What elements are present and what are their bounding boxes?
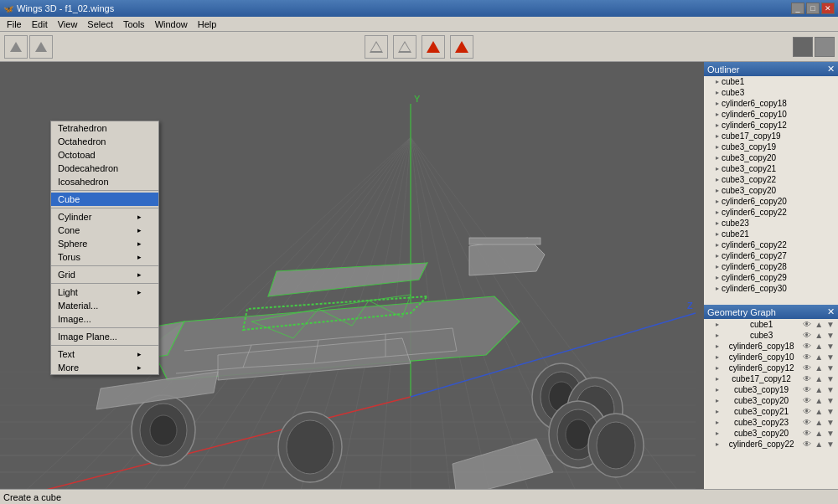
up-arrow-icon[interactable]: ▲ bbox=[815, 320, 823, 329]
menu-item-tools[interactable]: Tools bbox=[118, 18, 150, 30]
outliner-item[interactable]: cylinder6_copy10 bbox=[704, 109, 838, 120]
ctx-tetrahedron[interactable]: Tetrahedron bbox=[51, 121, 158, 135]
down-arrow-icon[interactable]: ▼ bbox=[826, 440, 835, 449]
geograph-item[interactable]: cylinder6_copy18 👁 ▲ ▼ bbox=[704, 341, 838, 352]
ctx-torus[interactable]: Torus ▸ bbox=[51, 250, 158, 264]
outliner-item[interactable]: cylinder6_copy22 bbox=[704, 239, 838, 250]
down-arrow-icon[interactable]: ▼ bbox=[826, 363, 835, 373]
menu-item-file[interactable]: File bbox=[2, 18, 27, 30]
outliner-item[interactable]: cube1 bbox=[704, 76, 838, 87]
ctx-octahedron[interactable]: Octahedron bbox=[51, 135, 158, 148]
geograph-item[interactable]: cube3_copy23 👁 ▲ ▼ bbox=[704, 417, 838, 428]
ctx-material[interactable]: Material... bbox=[51, 299, 158, 312]
geograph-item[interactable]: cube17_copy12 👁 ▲ ▼ bbox=[704, 373, 838, 384]
outliner-item[interactable]: cube3_copy21 bbox=[704, 163, 838, 174]
up-arrow-icon[interactable]: ▲ bbox=[815, 429, 823, 438]
geograph-item[interactable]: cube3_copy20 👁 ▲ ▼ bbox=[704, 395, 838, 406]
outliner-list[interactable]: cube1 cube3 cylinder6_copy18 cylinder6_c… bbox=[704, 76, 838, 305]
eye-icon[interactable]: 👁 bbox=[803, 385, 811, 394]
outliner-item[interactable]: cylinder6_copy29 bbox=[704, 272, 838, 283]
outliner-item[interactable]: cylinder6_copy28 bbox=[704, 261, 838, 272]
down-arrow-icon[interactable]: ▼ bbox=[826, 396, 835, 405]
ctx-dodecahedron[interactable]: Dodecahedron bbox=[51, 162, 158, 175]
geograph-item[interactable]: cube1 👁 ▲ ▼ bbox=[704, 319, 838, 330]
ctx-grid[interactable]: Grid ▸ bbox=[51, 268, 158, 281]
toolbar-left-btn[interactable] bbox=[4, 35, 28, 59]
outliner-item[interactable]: cylinder6_copy18 bbox=[704, 98, 838, 109]
outliner-item[interactable]: cube3 bbox=[704, 87, 838, 98]
up-arrow-icon[interactable]: ▲ bbox=[815, 374, 823, 383]
outliner-item[interactable]: cylinder6_copy27 bbox=[704, 250, 838, 261]
close-button[interactable]: ✕ bbox=[821, 3, 835, 14]
eye-icon[interactable]: 👁 bbox=[803, 396, 811, 405]
eye-icon[interactable]: 👁 bbox=[803, 352, 811, 362]
outliner-item[interactable]: cube3_copy20 bbox=[704, 152, 838, 163]
geograph-item[interactable]: cylinder6_copy22 👁 ▲ ▼ bbox=[704, 439, 838, 450]
menu-item-help[interactable]: Help bbox=[193, 18, 222, 30]
menu-item-window[interactable]: Window bbox=[150, 18, 193, 30]
eye-icon[interactable]: 👁 bbox=[803, 342, 811, 351]
down-arrow-icon[interactable]: ▼ bbox=[826, 331, 835, 340]
outliner-item[interactable]: cube3_copy19 bbox=[704, 141, 838, 152]
down-arrow-icon[interactable]: ▼ bbox=[826, 342, 835, 351]
maximize-button[interactable]: □ bbox=[806, 3, 820, 14]
up-arrow-icon[interactable]: ▲ bbox=[815, 331, 823, 340]
down-arrow-icon[interactable]: ▼ bbox=[826, 385, 835, 394]
eye-icon[interactable]: 👁 bbox=[803, 407, 811, 416]
menu-item-view[interactable]: View bbox=[53, 18, 83, 30]
minimize-button[interactable]: _ bbox=[791, 3, 804, 14]
outliner-item[interactable]: cylinder6_copy20 bbox=[704, 196, 838, 207]
ctx-light[interactable]: Light ▸ bbox=[51, 285, 158, 299]
outliner-item[interactable]: cylinder6_copy22 bbox=[704, 207, 838, 218]
up-arrow-icon[interactable]: ▲ bbox=[815, 418, 823, 427]
triangle-outline-2[interactable] bbox=[393, 35, 416, 59]
eye-icon[interactable]: 👁 bbox=[803, 363, 811, 373]
ctx-more[interactable]: More ▸ bbox=[51, 361, 158, 374]
up-arrow-icon[interactable]: ▲ bbox=[815, 407, 823, 416]
ctx-cylinder[interactable]: Cylinder ▸ bbox=[51, 210, 158, 224]
view-btn-1[interactable] bbox=[793, 37, 813, 57]
up-arrow-icon[interactable]: ▲ bbox=[815, 363, 823, 373]
eye-icon[interactable]: 👁 bbox=[803, 320, 811, 329]
up-arrow-icon[interactable]: ▲ bbox=[815, 396, 823, 405]
ctx-image[interactable]: Image... bbox=[51, 312, 158, 326]
ctx-icosahedron[interactable]: Icosahedron bbox=[51, 175, 158, 188]
down-arrow-icon[interactable]: ▼ bbox=[826, 429, 835, 438]
outliner-close[interactable]: ✕ bbox=[827, 64, 835, 75]
geograph-item[interactable]: cylinder6_copy10 👁 ▲ ▼ bbox=[704, 352, 838, 363]
geograph-item[interactable]: cube3_copy21 👁 ▲ ▼ bbox=[704, 406, 838, 417]
up-arrow-icon[interactable]: ▲ bbox=[815, 342, 823, 351]
triangle-red-2[interactable] bbox=[450, 35, 473, 59]
ctx-text[interactable]: Text ▸ bbox=[51, 347, 158, 361]
outliner-item[interactable]: cylinder6_copy12 bbox=[704, 120, 838, 131]
triangle-red-1[interactable] bbox=[422, 35, 445, 59]
eye-icon[interactable]: 👁 bbox=[803, 440, 811, 449]
eye-icon[interactable]: 👁 bbox=[803, 331, 811, 340]
down-arrow-icon[interactable]: ▼ bbox=[826, 418, 835, 427]
viewport-3d[interactable]: X Y Z Tetrahedron Octahedron Octotoad Do… bbox=[0, 62, 704, 489]
down-arrow-icon[interactable]: ▼ bbox=[826, 374, 835, 383]
outliner-item[interactable]: cube17_copy19 bbox=[704, 131, 838, 141]
geograph-close[interactable]: ✕ bbox=[827, 306, 835, 317]
ctx-cone[interactable]: Cone ▸ bbox=[51, 224, 158, 237]
up-arrow-icon[interactable]: ▲ bbox=[815, 352, 823, 362]
eye-icon[interactable]: 👁 bbox=[803, 374, 811, 383]
eye-icon[interactable]: 👁 bbox=[803, 429, 811, 438]
outliner-item[interactable]: cube21 bbox=[704, 229, 838, 239]
geograph-item[interactable]: cube3_copy19 👁 ▲ ▼ bbox=[704, 384, 838, 395]
toolbar-left-btn2[interactable] bbox=[29, 35, 53, 59]
geograph-item[interactable]: cube3_copy20 👁 ▲ ▼ bbox=[704, 428, 838, 439]
triangle-outline-1[interactable] bbox=[365, 35, 388, 59]
menu-item-edit[interactable]: Edit bbox=[27, 18, 53, 30]
outliner-item[interactable]: cube3_copy22 bbox=[704, 174, 838, 185]
ctx-octotoad[interactable]: Octotoad bbox=[51, 148, 158, 162]
geograph-item[interactable]: cube3 👁 ▲ ▼ bbox=[704, 330, 838, 341]
down-arrow-icon[interactable]: ▼ bbox=[826, 407, 835, 416]
down-arrow-icon[interactable]: ▼ bbox=[826, 352, 835, 362]
ctx-image-plane[interactable]: Image Plane... bbox=[51, 330, 158, 343]
ctx-sphere[interactable]: Sphere ▸ bbox=[51, 237, 158, 250]
ctx-cube[interactable]: Cube bbox=[51, 193, 158, 206]
geograph-list[interactable]: cube1 👁 ▲ ▼ cube3 👁 ▲ ▼ cy bbox=[704, 319, 838, 489]
up-arrow-icon[interactable]: ▲ bbox=[815, 385, 823, 394]
outliner-item[interactable]: cube3_copy20 bbox=[704, 185, 838, 196]
